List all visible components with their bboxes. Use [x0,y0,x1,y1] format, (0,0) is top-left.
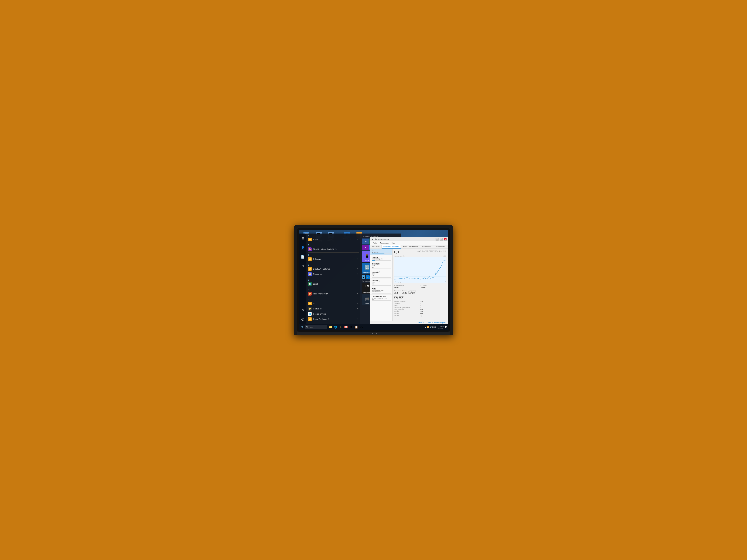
cpu-graph-svg [394,258,446,283]
taskbar-date: 21.02.2024 [437,327,444,329]
tab-performance[interactable]: Производительность [382,245,401,248]
usage-label: Использование [394,285,420,286]
laptop-outer: 💻 Этот компьютер 🖼 відгук спам.png 🖼 від… [294,224,453,336]
tab-startup[interactable]: Автозагрузка [420,245,433,248]
extra-icon-2[interactable]: ⚡ [366,275,369,279]
sm-item-git[interactable]: 📁 Git ▼ [306,301,360,306]
tab-details[interactable]: Подробности [447,245,448,248]
tb-icon-settings[interactable]: ⚙ [349,325,354,329]
tm-btn-less[interactable]: Меньше [418,322,424,323]
asus-logo: /ISUS [369,332,378,335]
tm-sidebar-gpu[interactable]: Графический про NVIDIA GeForce GT 740M0% [370,295,392,302]
tb-icon-x64[interactable]: 64 [343,325,348,329]
tm-cpu-model: Intel(R) Core(TM) i7-3667U CPU @ 2.00GHz [416,250,446,252]
search-input[interactable] [309,326,326,328]
sm-item-asus[interactable]: 📁 ASUS ▼ [306,237,360,242]
docs-icon[interactable]: 📄 [300,254,306,260]
tb-icon-misc1[interactable]: 📋 [354,325,359,329]
tray-arrow-icon[interactable]: ▲ [425,326,427,328]
extra-icon-1[interactable]: ▶ [362,275,365,279]
tm-menu-file[interactable]: Файл [371,242,378,244]
tray-network-icon[interactable]: 📶 [427,326,429,328]
tm-close-button[interactable]: ✕ [444,238,447,241]
taskbar-search-box[interactable]: 🔍 [305,325,327,329]
sm-item-digsilent[interactable]: 📁 DIgSILENT Software ▼ [306,266,360,271]
tm-sidebar-disk1[interactable]: Диск 1 (C:) SSD1% [370,270,392,279]
speed-label: Скорость [420,285,446,286]
sm-item-ccleaner[interactable]: 📁 CCleaner ▼ [306,257,360,262]
search-icon: 🔍 [306,326,308,328]
tb-icon-misc2[interactable]: 🗂 [359,325,364,329]
tm-threads: Потоки 1633 [402,290,407,294]
tm-menu-params[interactable]: Параметры [378,242,390,244]
mem-bar-fill [372,260,375,261]
user-icon[interactable]: 👤 [300,245,306,250]
sm-item-chrome[interactable]: 🌐 Google Chrome [306,311,360,317]
tab-users[interactable]: Пользователи [433,245,447,248]
tm-usage-block: Использование 66% [394,285,420,289]
speed-value: 3,03 ГГц [420,286,446,289]
tb-icon-file-explorer[interactable]: 📁 [328,325,333,329]
letter-g: G [306,298,360,301]
taskbar: ⊞ 🔍 📁 🌐 ⚡ 64 [299,324,448,330]
tm-sidebar-cpu[interactable]: ЦП 66% 3,03 ГГц [370,249,392,256]
notification-icon[interactable]: 💬 [445,326,447,328]
tb-icon-vscode[interactable]: ⚡ [338,325,343,329]
task-manager-window: 🖥 Диспетчер задач — □ ✕ Файл Параметры В… [370,237,448,324]
task-manager-title: Диспетчер задач [375,238,434,240]
start-menu-app-list: A 📁 ASUS ▼ B 🎨 Blend for Visual Studio 2… [306,234,360,324]
sm-item-blend[interactable]: 🎨 Blend for Visual Studio 2019 [306,247,360,252]
wifi-bar-fill [372,293,372,294]
tab-processes[interactable]: Процессы [370,245,382,248]
task-manager-footer: Меньше | Открыть монитор ресурсов [370,321,448,324]
tm-detail-grid: Базовая скорость: 2,50... Сокетов: 1 Ядр… [394,301,446,317]
tm-sidebar-wifi[interactable]: Wi-Fi Беспроводная сеть0: 0 Тб 0 кбит/с [370,287,392,295]
taskbar-clock[interactable]: 20:51 21.02.2024 [437,325,444,329]
tm-sidebar-disk2[interactable]: Диск 2 (D:) HDD0% [370,279,392,287]
tm-handles: Дескрипторы 58499 [409,290,417,294]
tray-volume-icon[interactable]: 🔊 [430,326,432,328]
tm-cpu-header: ЦП Intel(R) Core(TM) i7-3667U CPU @ 2.00… [394,250,446,254]
tb-icon-chrome[interactable]: 🌐 [333,325,338,329]
percent-max: 100% [443,255,446,257]
tm-main-content: ЦП Intel(R) Core(TM) i7-3667U CPU @ 2.00… [393,249,448,321]
tray-lang[interactable]: ENG [432,326,436,328]
sm-item-foxit[interactable]: 📁 Foxit PhantomPDF ▼ [306,291,360,296]
tile-word[interactable]: W [362,239,369,244]
task-manager-menubar: Файл Параметры Вид [370,241,448,245]
taskbar-right: ▲ 📶 🔊 ENG 20:51 21.02.2024 💬 [425,325,448,329]
tm-sidebar-disk0[interactable]: Диск 0 (G:) SSD0% [370,262,392,270]
divider-g [308,297,359,297]
hamburger-icon[interactable]: ☰ [300,235,306,241]
start-menu-left-strip: ☰ 👤 📄 🖼 ⚙ ⏻ [299,234,306,324]
sm-item-gta[interactable]: 📁 Grand Theft Auto IV ▼ [306,317,360,322]
start-button[interactable]: ⊞ [299,324,305,330]
tm-processes: Процессы 158 [394,290,401,294]
cpu-bar-fill [372,254,384,254]
sm-item-github[interactable]: 📁 GitHub, Inc ▼ [306,306,360,311]
divider-e [308,277,359,277]
tm-stats-grid: Использование 66% Скорость 3,03 ГГц [394,285,446,289]
settings-icon[interactable]: ⚙ [300,307,306,313]
utilization-label: Используется % [394,255,405,257]
disk1-bar-fill [372,277,372,277]
tab-app-history[interactable]: Журнал приложений [401,245,420,248]
taskbar-app-icons: 📁 🌐 ⚡ 64 ⚙ 📋 [328,325,364,329]
tm-sidebar-memory[interactable]: Память 2,5/15,9 ГБ (16%) [370,256,392,262]
tm-btn-monitor[interactable]: Открыть монитор ресурсов [428,322,446,323]
power-icon[interactable]: ⏻ [300,317,306,322]
tile-visio[interactable]: V [362,245,369,250]
tm-minimize-button[interactable]: — [436,238,439,241]
letter-b: B [306,243,360,247]
task-manager-tabs: Процессы Производительность Журнал прило… [370,245,448,249]
tm-maximize-button[interactable]: □ [440,238,443,241]
tm-menu-view[interactable]: Вид [390,242,396,244]
screen: 💻 Этот компьютер 🖼 відгук спам.png 🖼 від… [299,230,448,330]
tm-uptime: Время работы: 0:00:05:31 [394,295,446,300]
letter-a: A [306,234,360,237]
graph-time-right: 0 [445,281,446,283]
sm-item-discord-inc[interactable]: 📁 Discord Inc ▼ [306,271,360,277]
sm-item-excel[interactable]: 📊 Excel [306,281,360,287]
photos-icon[interactable]: 🖼 [300,263,306,269]
tm-footer-sep: | [426,322,426,323]
